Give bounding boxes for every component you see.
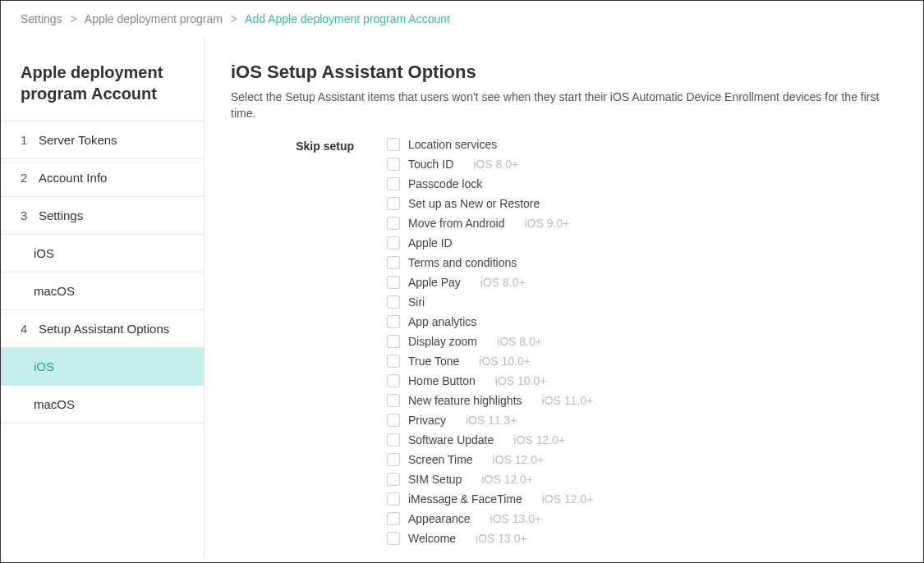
checkbox-terms-and-conditions[interactable] [387, 256, 400, 269]
sidebar-item-number: 2 [21, 171, 39, 185]
sidebar-item-setup-assistant-options[interactable]: 4Setup Assistant Options [1, 310, 204, 347]
checkbox-move-from-android[interactable] [387, 217, 400, 230]
checkbox-row-terms-and-conditions: Terms and conditions [387, 256, 897, 269]
checkbox-row-app-analytics: App analytics [387, 315, 897, 328]
breadcrumb-separator: > [70, 12, 76, 25]
checkbox-label: New feature highlights [408, 394, 522, 407]
sidebar-title: Apple deployment program Account [1, 62, 204, 121]
sidebar-item-label: Setup Assistant Options [39, 322, 169, 336]
page-description: Select the Setup Assistant items that us… [231, 89, 897, 121]
version-note: iOS 11.3+ [466, 414, 517, 427]
sidebar-item-server-tokens[interactable]: 1Server Tokens [1, 121, 204, 158]
checkbox-label: Privacy [408, 414, 446, 427]
sidebar-item-ios[interactable]: iOS [1, 348, 204, 385]
checkbox-siri[interactable] [387, 295, 400, 309]
version-note: iOS 13.0+ [476, 532, 527, 545]
checkbox-row-screen-time: Screen TimeiOS 12.0+ [387, 453, 897, 466]
checkbox-row-touch-id: Touch IDiOS 8.0+ [387, 158, 897, 171]
breadcrumb-item-current: Add Apple deployment program Account [245, 12, 450, 25]
checkbox-row-display-zoom: Display zoomiOS 8.0+ [387, 335, 897, 348]
sidebar-item-label: Account Info [39, 171, 107, 185]
checkbox-home-button[interactable] [387, 374, 400, 387]
sidebar-item-macos[interactable]: macOS [1, 272, 204, 309]
checkbox-row-appearance: AppearanceiOS 13.0+ [387, 512, 897, 525]
checkbox-row-move-from-android: Move from AndroidiOS 9.0+ [387, 217, 897, 230]
sidebar-item-ios[interactable]: iOS [1, 235, 204, 272]
checkbox-label: iMessage & FaceTime [408, 492, 522, 506]
checkbox-label: Display zoom [408, 335, 477, 348]
checkbox-true-tone[interactable] [387, 355, 400, 368]
checkbox-display-zoom[interactable] [387, 335, 400, 348]
version-note: iOS 11.0+ [542, 394, 594, 407]
sidebar-item-settings[interactable]: 3Settings [1, 197, 204, 234]
version-note: iOS 10.0+ [479, 355, 531, 368]
checkbox-label: SIM Setup [408, 473, 462, 486]
checkbox-passcode-lock[interactable] [387, 177, 400, 190]
checkbox-row-location-services: Location services [387, 138, 897, 151]
checkbox-privacy[interactable] [387, 414, 400, 427]
checkbox-screen-time[interactable] [387, 453, 400, 466]
breadcrumb-item-program[interactable]: Apple deployment program [85, 12, 223, 25]
checkbox-row-new-feature-highlights: New feature highlightsiOS 11.0+ [387, 394, 897, 407]
checkbox-apple-pay[interactable] [387, 276, 400, 289]
version-note: iOS 8.0+ [480, 276, 526, 289]
checkbox-row-apple-pay: Apple PayiOS 8.0+ [387, 276, 897, 289]
checkbox-row-passcode-lock: Passcode lock [387, 177, 897, 190]
checkbox-label: Touch ID [408, 158, 453, 171]
checkbox-row-imessage-facetime: iMessage & FaceTimeiOS 12.0+ [387, 492, 897, 506]
checkbox-apple-id[interactable] [387, 236, 400, 249]
checkbox-label: Terms and conditions [408, 256, 517, 269]
checkbox-new-feature-highlights[interactable] [387, 394, 400, 407]
sidebar-item-label: Server Tokens [39, 133, 117, 147]
checkbox-label: Appearance [408, 512, 471, 525]
checkbox-set-up-as-new-or-restore[interactable] [387, 197, 400, 210]
checkbox-welcome[interactable] [387, 532, 400, 545]
sidebar-item-label: macOS [34, 284, 75, 298]
checkbox-row-sim-setup: SIM SetupiOS 12.0+ [387, 473, 897, 486]
version-note: iOS 13.0+ [490, 512, 542, 525]
checkbox-label: Apple ID [408, 236, 453, 249]
checkbox-label: Passcode lock [408, 177, 482, 190]
sidebar-item-number: 1 [21, 133, 39, 147]
checkbox-touch-id[interactable] [387, 158, 400, 171]
checkbox-app-analytics[interactable] [387, 315, 400, 328]
checkbox-row-home-button: Home ButtoniOS 10.0+ [387, 374, 897, 387]
breadcrumb-separator: > [231, 12, 237, 25]
checkbox-row-true-tone: True ToneiOS 10.0+ [387, 355, 897, 368]
version-note: iOS 12.0+ [513, 433, 565, 446]
checkbox-label: Set up as New or Restore [408, 197, 540, 210]
version-note: iOS 9.0+ [525, 217, 570, 230]
checkbox-imessage-facetime[interactable] [387, 492, 400, 506]
breadcrumb: Settings > Apple deployment program > Ad… [1, 1, 923, 37]
checkbox-row-set-up-as-new-or-restore: Set up as New or Restore [387, 197, 897, 210]
sidebar-item-account-info[interactable]: 2Account Info [1, 159, 204, 196]
checkbox-label: Welcome [408, 532, 456, 545]
sidebar-item-macos[interactable]: macOS [1, 386, 204, 423]
page-title: iOS Setup Assistant Options [231, 62, 897, 83]
version-note: iOS 12.0+ [493, 453, 545, 466]
checkbox-label: App analytics [408, 315, 476, 328]
checkbox-location-services[interactable] [387, 138, 400, 151]
checkbox-label: True Tone [408, 355, 459, 368]
checkbox-software-update[interactable] [387, 433, 400, 446]
checkbox-row-apple-id: Apple ID [387, 236, 897, 249]
sidebar-item-label: iOS [34, 359, 54, 373]
form-label-skip-setup: Skip setup [231, 138, 387, 545]
checkbox-label: Screen Time [408, 453, 473, 466]
version-note: iOS 12.0+ [542, 492, 594, 506]
checkbox-row-welcome: WelcomeiOS 13.0+ [387, 532, 897, 545]
sidebar-item-number: 3 [21, 208, 39, 222]
sidebar: Apple deployment program Account 1Server… [1, 37, 205, 559]
checkbox-label: Location services [408, 138, 497, 151]
sidebar-item-label: Settings [39, 208, 83, 222]
checkbox-appearance[interactable] [387, 512, 400, 525]
checkbox-label: Move from Android [408, 217, 505, 230]
sidebar-item-label: iOS [34, 246, 54, 260]
checkbox-label: Home Button [408, 374, 476, 387]
breadcrumb-item-settings[interactable]: Settings [21, 12, 62, 25]
checkbox-sim-setup[interactable] [387, 473, 400, 486]
sidebar-item-number: 4 [21, 322, 39, 336]
checkbox-row-privacy: PrivacyiOS 11.3+ [387, 414, 897, 427]
checkbox-row-software-update: Software UpdateiOS 12.0+ [387, 433, 897, 446]
checkbox-row-siri: Siri [387, 295, 897, 309]
